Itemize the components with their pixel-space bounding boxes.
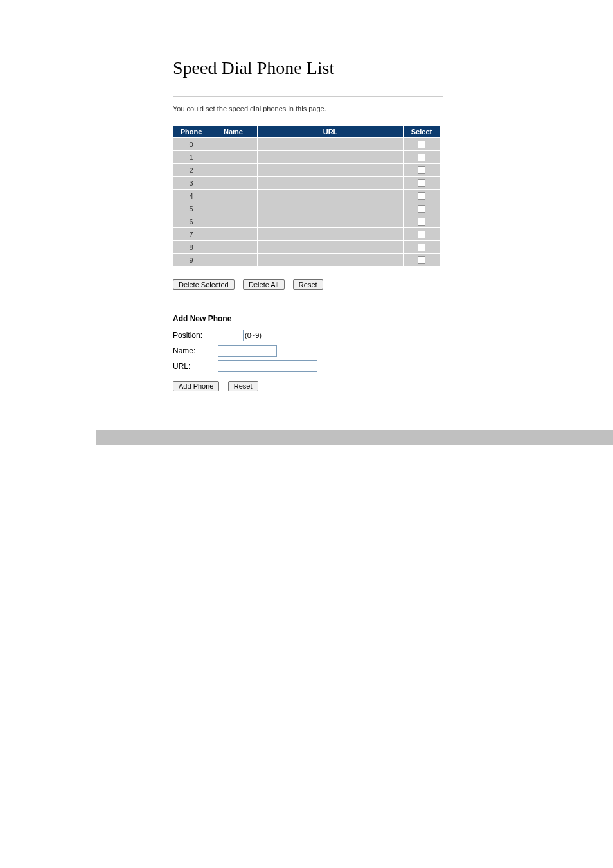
cell-select (404, 138, 440, 150)
page-description: You could set the speed dial phones in t… (173, 105, 613, 112)
phone-table: Phone Name URL Select 0123456789 (173, 125, 440, 267)
table-row: 0 (173, 138, 440, 150)
select-checkbox[interactable] (418, 192, 425, 200)
delete-selected-button[interactable]: Delete Selected (173, 279, 235, 290)
url-label: URL: (173, 362, 218, 371)
cell-select (404, 241, 440, 253)
cell-phone: 6 (173, 215, 209, 227)
cell-select (404, 151, 440, 163)
cell-select (404, 202, 440, 215)
select-checkbox[interactable] (418, 256, 425, 264)
select-checkbox[interactable] (418, 154, 425, 161)
table-row: 8 (173, 241, 440, 253)
cell-select (404, 164, 440, 176)
cell-name (209, 138, 257, 150)
table-row: 6 (173, 215, 440, 227)
cell-phone: 5 (173, 202, 209, 215)
cell-select (404, 254, 440, 266)
cell-name (209, 241, 257, 253)
cell-name (209, 151, 257, 163)
cell-phone: 2 (173, 164, 209, 176)
cell-url (258, 177, 403, 189)
select-checkbox[interactable] (418, 244, 425, 251)
select-checkbox[interactable] (418, 231, 425, 238)
url-input[interactable] (218, 360, 317, 372)
cell-select (404, 215, 440, 227)
cell-url (258, 190, 403, 202)
table-row: 9 (173, 254, 440, 266)
table-row: 5 (173, 202, 440, 215)
position-label: Position: (173, 331, 218, 340)
cell-phone: 4 (173, 190, 209, 202)
cell-select (404, 190, 440, 202)
position-input[interactable] (218, 330, 244, 341)
cell-url (258, 228, 403, 240)
cell-name (209, 177, 257, 189)
select-checkbox[interactable] (418, 179, 425, 187)
cell-url (258, 164, 403, 176)
table-row: 3 (173, 177, 440, 189)
select-checkbox[interactable] (418, 141, 425, 148)
cell-name (209, 228, 257, 240)
cell-url (258, 138, 403, 150)
cell-phone: 7 (173, 228, 209, 240)
table-row: 2 (173, 164, 440, 176)
select-checkbox[interactable] (418, 205, 425, 213)
cell-name (209, 215, 257, 227)
cell-url (258, 151, 403, 163)
cell-url (258, 215, 403, 227)
add-phone-button[interactable]: Add Phone (173, 381, 219, 391)
delete-all-button[interactable]: Delete All (243, 279, 284, 290)
divider (173, 96, 443, 97)
cell-select (404, 177, 440, 189)
table-buttons: Delete Selected Delete All Reset (173, 279, 613, 290)
header-name: Name (209, 126, 257, 137)
cell-phone: 3 (173, 177, 209, 189)
position-hint: (0~9) (245, 332, 262, 339)
cell-phone: 0 (173, 138, 209, 150)
name-label: Name: (173, 346, 218, 355)
table-row: 7 (173, 228, 440, 240)
form-buttons: Add Phone Reset (173, 381, 613, 391)
cell-url (258, 202, 403, 215)
footer-bar (96, 430, 613, 445)
cell-url (258, 241, 403, 253)
cell-select (404, 228, 440, 240)
reset-form-button[interactable]: Reset (228, 381, 258, 391)
select-checkbox[interactable] (418, 218, 425, 226)
header-phone: Phone (173, 126, 209, 137)
cell-name (209, 190, 257, 202)
header-url: URL (258, 126, 403, 137)
cell-name (209, 164, 257, 176)
cell-phone: 9 (173, 254, 209, 266)
name-input[interactable] (218, 345, 277, 357)
cell-url (258, 254, 403, 266)
select-checkbox[interactable] (418, 166, 425, 174)
table-row: 4 (173, 190, 440, 202)
reset-button[interactable]: Reset (293, 279, 323, 290)
table-row: 1 (173, 151, 440, 163)
cell-name (209, 254, 257, 266)
cell-phone: 8 (173, 241, 209, 253)
page-title: Speed Dial Phone List (173, 58, 613, 78)
header-select: Select (404, 126, 440, 137)
add-new-phone-heading: Add New Phone (173, 314, 613, 323)
cell-name (209, 202, 257, 215)
cell-phone: 1 (173, 151, 209, 163)
